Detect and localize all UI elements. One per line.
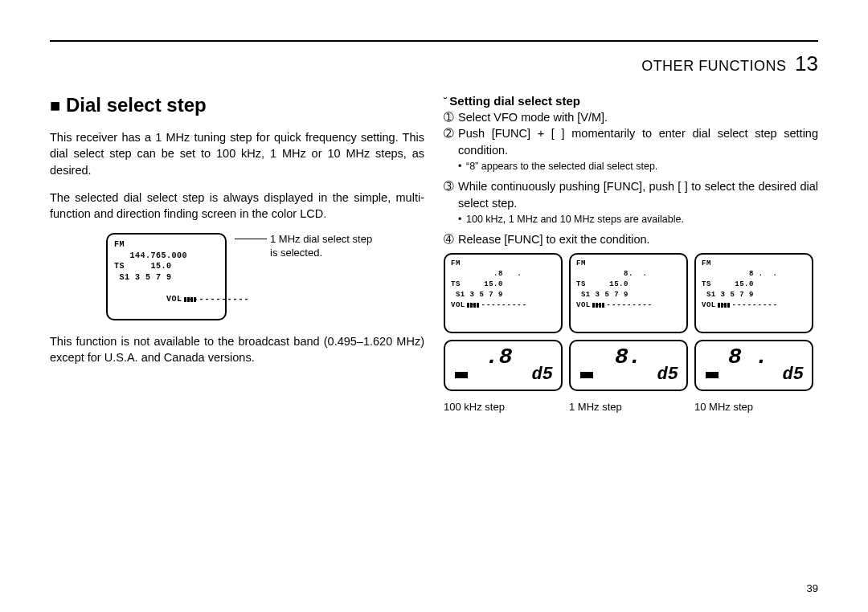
- step-3: ➂ While continuously pushing [FUNC], pus…: [444, 178, 818, 211]
- bullet-1: • “8” appears to the selected dial selec…: [458, 160, 818, 174]
- d5-label: d5: [657, 365, 678, 385]
- vol-label: VOL: [166, 295, 182, 304]
- lcd-a-line5: VOL-----------: [451, 300, 555, 311]
- lcd-small-10mhz: FM 8 . . TS 15.0 S1 3 5 7 9 VOL---------…: [694, 253, 813, 333]
- left-column: ■ Dial select step This receiver has a 1…: [50, 94, 424, 413]
- paragraph-3: This function is not available to the br…: [50, 333, 424, 366]
- sub-lcd-10mhz: 8 . d5: [694, 340, 813, 391]
- caption-100khz: 100 kHz step: [444, 401, 563, 413]
- big-digit-a: .8: [485, 345, 513, 369]
- step-marker-2: ➁: [444, 125, 458, 158]
- paragraph-2: The selected dial select step is always …: [50, 190, 424, 222]
- lcd-b-line3: TS 15.0: [576, 279, 681, 290]
- top-rule: [50, 40, 818, 42]
- volume-dashes: -----------: [596, 301, 653, 309]
- lcd-b-line1: FM: [576, 259, 681, 269]
- lcd-col-100khz: FM .8 . TS 15.0 S1 3 5 7 9 VOL----------…: [444, 253, 563, 413]
- step-marker-1: ➀: [444, 109, 458, 125]
- step-marker-4: ➃: [444, 231, 458, 247]
- volume-bar-icon: [591, 301, 596, 309]
- header-label: OTHER FUNCTIONS: [641, 58, 787, 74]
- step-2: ➁ Push [FUNC] + [ ] momentarily to enter…: [444, 125, 818, 158]
- lcd-line-4: S1 3 5 7 9: [114, 272, 219, 284]
- vol-label: VOL: [702, 301, 716, 309]
- step-2-text: Push [FUNC] + [ ] momentarily to enter d…: [458, 125, 818, 158]
- lcd-line-2: 144.765.000: [114, 251, 219, 262]
- lcd-diagram-row: FM 144.765.000 TS 15.0 S1 3 5 7 9 VOL---…: [106, 233, 424, 320]
- chapter-number: 13: [795, 51, 818, 75]
- paragraph-1: This receiver has a 1 MHz tuning step fo…: [50, 129, 424, 178]
- lcd-small-100khz: FM .8 . TS 15.0 S1 3 5 7 9 VOL----------…: [444, 253, 563, 333]
- subsection-title: ˘Setting dial select step: [444, 94, 818, 108]
- lcd-b-line2: 8. .: [576, 269, 681, 279]
- volume-bar-icon: [465, 301, 471, 309]
- subsection-title-text: Setting dial select step: [449, 94, 580, 108]
- lcd-a-line3: TS 15.0: [451, 279, 555, 290]
- lcd-a-line2: .8 .: [451, 269, 555, 279]
- lcd-c-line5: VOL-----------: [702, 300, 806, 311]
- lcd-line-5: VOL-----------: [114, 283, 219, 316]
- lcd-grid: FM .8 . TS 15.0 S1 3 5 7 9 VOL----------…: [444, 253, 818, 413]
- step-marker-3: ➂: [444, 178, 458, 211]
- func-bar-icon: [455, 372, 468, 378]
- big-digit-b: 8.: [615, 345, 642, 369]
- lcd-line-3: TS 15.0: [114, 261, 219, 272]
- caption-1mhz: 1 MHz step: [569, 401, 688, 413]
- section-title-text: Dial select step: [66, 94, 207, 116]
- d5-label: d5: [532, 365, 553, 385]
- bullet-dot-icon: •: [458, 160, 466, 174]
- vol-label: VOL: [576, 301, 591, 309]
- vol-label: VOL: [451, 301, 465, 309]
- section-title: ■ Dial select step: [50, 94, 424, 116]
- page-number: 39: [807, 582, 818, 594]
- lcd-caption-line1: 1 MHz dial select step: [235, 233, 372, 247]
- bullet-2-text: 100 kHz, 1 MHz and 10 MHz steps are avai…: [466, 213, 684, 227]
- lcd-b-line5: VOL-----------: [576, 300, 681, 311]
- lcd-c-line2: 8 . .: [702, 269, 806, 279]
- step-4-text: Release [FUNC] to exit the condition.: [458, 231, 818, 247]
- bullet-1-text: “8” appears to the selected dial select …: [466, 160, 657, 174]
- volume-dashes: -----------: [722, 301, 778, 309]
- step-4: ➃ Release [FUNC] to exit the condition.: [444, 231, 818, 247]
- bullet-2: • 100 kHz, 1 MHz and 10 MHz steps are av…: [458, 213, 818, 227]
- volume-bar-icon: [716, 301, 722, 309]
- lcd-main-illustration: FM 144.765.000 TS 15.0 S1 3 5 7 9 VOL---…: [106, 233, 227, 320]
- lcd-c-line4: S1 3 5 7 9: [702, 290, 806, 300]
- caption-10mhz: 10 MHz step: [694, 401, 813, 413]
- lcd-c-line3: TS 15.0: [702, 279, 806, 290]
- lcd-c-line1: FM: [702, 259, 806, 269]
- lcd-a-line1: FM: [451, 259, 555, 269]
- lcd-b-line4: S1 3 5 7 9: [576, 290, 681, 300]
- lcd-small-1mhz: FM 8. . TS 15.0 S1 3 5 7 9 VOL----------…: [569, 253, 688, 333]
- func-bar-icon: [706, 372, 719, 378]
- volume-bar-icon: [182, 295, 188, 304]
- big-digit-c: 8 .: [728, 345, 768, 369]
- lcd-caption: 1 MHz dial select step is selected.: [235, 233, 372, 260]
- sub-lcd-100khz: .8 d5: [444, 340, 563, 391]
- lcd-col-10mhz: FM 8 . . TS 15.0 S1 3 5 7 9 VOL---------…: [694, 253, 813, 413]
- lcd-caption-line2: is selected.: [270, 247, 372, 260]
- step-3-text: While continuously pushing [FUNC], push …: [458, 178, 818, 211]
- square-marker-icon: ■: [50, 96, 60, 116]
- diamond-marker-icon: ˘: [444, 96, 447, 108]
- func-bar-icon: [580, 372, 593, 378]
- volume-dashes: -----------: [471, 301, 527, 309]
- lcd-col-1mhz: FM 8. . TS 15.0 S1 3 5 7 9 VOL----------…: [569, 253, 688, 413]
- right-column: ˘Setting dial select step ➀ Select VFO m…: [444, 94, 818, 413]
- bullet-dot-icon: •: [458, 213, 466, 227]
- sub-lcd-1mhz: 8. d5: [569, 340, 688, 391]
- page-header: OTHER FUNCTIONS 13: [50, 51, 818, 76]
- lcd-line-1: FM: [114, 239, 219, 251]
- d5-label: d5: [783, 365, 804, 385]
- volume-dashes: -----------: [188, 295, 250, 304]
- step-1-text: Select VFO mode with [V/M].: [458, 109, 818, 125]
- lcd-a-line4: S1 3 5 7 9: [451, 290, 555, 300]
- step-1: ➀ Select VFO mode with [V/M].: [444, 109, 818, 125]
